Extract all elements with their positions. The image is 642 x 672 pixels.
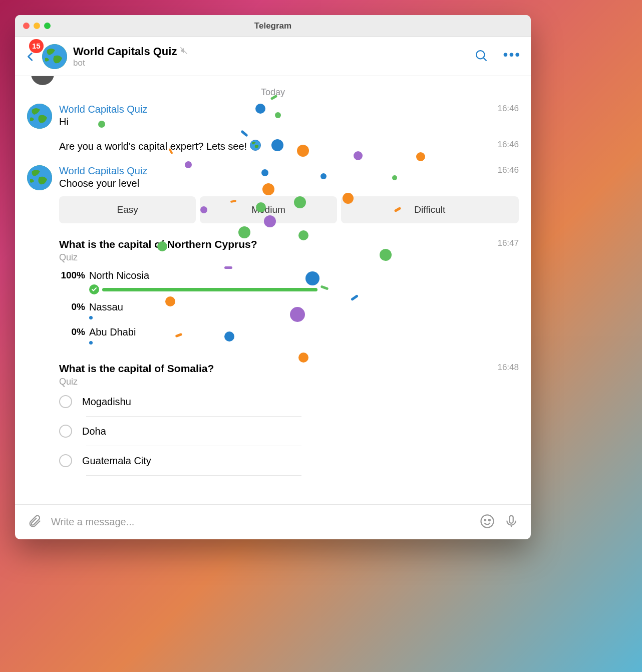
radio-icon [59, 395, 72, 408]
previous-message-avatar [30, 76, 55, 86]
svg-line-3 [483, 58, 486, 61]
message-input-bar [15, 504, 531, 539]
voice-button[interactable] [504, 514, 519, 531]
sender-avatar[interactable] [27, 104, 52, 129]
level-easy-button[interactable]: Easy [59, 196, 196, 223]
quiz-option-label: Mogadishu [82, 396, 484, 408]
checkmark-icon [89, 284, 99, 294]
message-row: 16:46 World Capitals Quiz Hi [27, 104, 519, 129]
titlebar: Telegram [15, 15, 531, 37]
svg-point-8 [484, 519, 486, 521]
message-row: 16:46 Are you a world's capital expert? … [59, 140, 519, 153]
message-text: Are you a world's capital expert? Lets s… [59, 141, 247, 152]
inline-keyboard: Easy Medium Difficult [59, 196, 519, 223]
poll-percentage: 0% [59, 326, 85, 338]
message-time: 16:46 [497, 104, 519, 114]
globe-icon [27, 104, 52, 129]
quiz-option[interactable]: Doha [59, 417, 484, 446]
quiz-message: 16:48 What is the capital of Somalia? Qu… [59, 363, 519, 476]
poll-percentage: 100% [59, 270, 85, 281]
poll-option: 0% Abu Dhabi [59, 326, 484, 345]
globe-emoji-icon [250, 140, 261, 153]
quiz-option[interactable]: Guatemala City [59, 446, 484, 475]
chat-title-block: World Capitals Quiz bot [73, 45, 459, 68]
separator [86, 475, 301, 476]
poll-bar [89, 316, 93, 319]
quiz-option-label: Guatemala City [82, 455, 484, 467]
message-row: 16:46 World Capitals Quiz Choose your le… [27, 165, 519, 223]
message-text: Choose your level [59, 178, 519, 189]
quiz-option-label: Doha [82, 426, 484, 437]
quiz-label: Quiz [59, 377, 484, 387]
message-time: 16:46 [497, 140, 519, 150]
level-medium-button[interactable]: Medium [200, 196, 337, 223]
quiz-label: Quiz [59, 252, 484, 263]
poll-option: 0% Nassau [59, 301, 484, 319]
search-button[interactable] [474, 49, 488, 65]
sender-name[interactable]: World Capitals Quiz [59, 104, 519, 115]
message-time: 16:46 [497, 165, 519, 175]
message-time: 16:47 [497, 238, 519, 248]
sender-name[interactable]: World Capitals Quiz [59, 165, 519, 177]
message-time: 16:48 [497, 363, 519, 373]
poll-option-label: North Nicosia [89, 270, 317, 281]
poll-bar [89, 341, 93, 345]
window-title: Telegram [15, 21, 531, 31]
more-button[interactable]: ••• [503, 47, 521, 67]
message-text: Hi [59, 116, 519, 128]
svg-rect-10 [509, 515, 513, 523]
chat-name[interactable]: World Capitals Quiz [73, 45, 177, 58]
chat-body[interactable]: Today 16:46 World Capitals Quiz Hi 16:46… [15, 76, 531, 504]
back-button[interactable]: 15 [25, 49, 36, 64]
svg-point-9 [489, 519, 490, 521]
chat-avatar[interactable] [42, 44, 67, 69]
mute-icon [180, 47, 188, 57]
poll-bar [102, 288, 317, 291]
poll-option-label: Abu Dhabi [89, 326, 314, 338]
globe-icon [27, 165, 52, 190]
level-difficult-button[interactable]: Difficult [341, 196, 519, 223]
quiz-question: What is the capital of Northern Cyprus? [59, 238, 484, 250]
chat-header: 15 World Capitals Quiz bot ••• [15, 37, 531, 76]
date-separator: Today [27, 87, 519, 98]
emoji-button[interactable] [480, 514, 495, 531]
radio-icon [59, 454, 72, 467]
quiz-message: 16:47 What is the capital of Northern Cy… [59, 238, 519, 345]
chat-subtitle: bot [73, 58, 459, 68]
globe-icon [42, 44, 67, 69]
poll-option: 100% North Nicosia [59, 270, 484, 294]
svg-point-7 [481, 515, 494, 527]
attach-button[interactable] [27, 514, 42, 531]
poll-percentage: 0% [59, 301, 85, 312]
message-input[interactable] [51, 516, 471, 528]
poll-option-label: Nassau [89, 301, 314, 313]
svg-point-2 [476, 51, 484, 59]
quiz-option[interactable]: Mogadishu [59, 387, 484, 416]
quiz-question: What is the capital of Somalia? [59, 363, 484, 375]
radio-icon [59, 425, 72, 438]
unread-badge: 15 [29, 39, 44, 53]
app-window: Telegram 15 World Capitals Quiz bot [15, 15, 531, 539]
sender-avatar[interactable] [27, 165, 52, 190]
